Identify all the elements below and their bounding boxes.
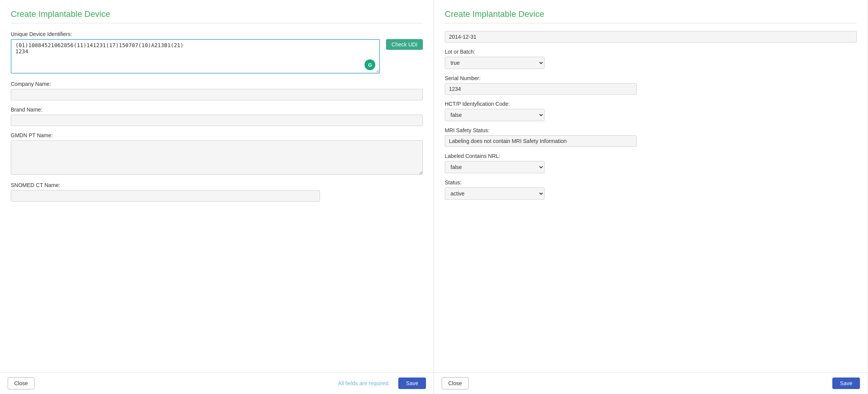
hctp-label: HCT/P Identyfication Code: [445,101,857,107]
required-message: All fields are required. [334,380,394,386]
mri-safety-field-group: MRI Safety Status: [445,127,857,147]
udi-row: (01)10884521062856(11)141231(17)150707(1… [11,39,423,75]
left-footer-bar: Close All fields are required. Save [0,372,434,394]
serial-number-input[interactable] [445,83,637,95]
brand-name-input[interactable] [11,115,423,126]
right-panel-title: Create Implantable Device [445,9,857,23]
snomed-ct-name-input[interactable] [11,190,320,202]
status-field-group: Status: active inactive [445,179,857,200]
right-panel: Create Implantable Device Lot or Batch: … [434,0,868,394]
left-save-button[interactable]: Save [398,378,426,389]
hctp-select[interactable]: false true [445,109,545,121]
udi-field-group: Unique Device Identifiers: (01)108845210… [11,31,423,75]
grammarly-icon: G [368,62,372,68]
status-label: Status: [445,179,857,186]
right-save-button[interactable]: Save [832,378,860,389]
mri-safety-label: MRI Safety Status: [445,127,857,133]
lot-or-batch-field-group: Lot or Batch: true false [445,49,857,69]
left-panel: Create Implantable Device Unique Device … [0,0,434,394]
snomed-ct-name-label: SNOMED CT Name: [11,182,423,188]
brand-name-label: Brand Name: [11,107,423,113]
mri-safety-input[interactable] [445,135,637,147]
udi-label: Unique Device Identifiers: [11,31,423,37]
udi-textarea[interactable]: (01)10884521062856(11)141231(17)150707(1… [11,39,380,74]
gmdn-pt-name-field-group: GMDN PT Name: [11,132,423,176]
hctp-field-group: HCT/P Identyfication Code: false true [445,101,857,121]
labeled-nrl-label: Labeled Contains NRL: [445,153,857,159]
left-panel-title: Create Implantable Device [11,9,423,23]
date-input[interactable] [445,31,857,43]
left-close-button[interactable]: Close [8,377,35,389]
gmdn-pt-name-label: GMDN PT Name: [11,132,423,138]
labeled-nrl-field-group: Labeled Contains NRL: false true [445,153,857,173]
right-close-button[interactable]: Close [442,377,469,389]
check-udi-button[interactable]: Check UDI [386,39,423,50]
labeled-nrl-select[interactable]: false true [445,161,545,173]
serial-number-label: Serial Number: [445,75,857,81]
right-footer-bar: Close Save [434,372,868,394]
lot-or-batch-label: Lot or Batch: [445,49,857,55]
snomed-ct-name-field-group: SNOMED CT Name: [11,182,423,202]
status-select[interactable]: active inactive [445,187,545,200]
company-name-input[interactable] [11,89,423,100]
gmdn-pt-name-textarea[interactable] [11,140,423,175]
brand-name-field-group: Brand Name: [11,107,423,126]
lot-or-batch-select[interactable]: true false [445,57,545,69]
udi-wrapper: (01)10884521062856(11)141231(17)150707(1… [11,39,380,75]
company-name-field-group: Company Name: [11,81,423,100]
company-name-label: Company Name: [11,81,423,87]
serial-number-field-group: Serial Number: [445,75,857,95]
date-field-group [445,31,857,43]
